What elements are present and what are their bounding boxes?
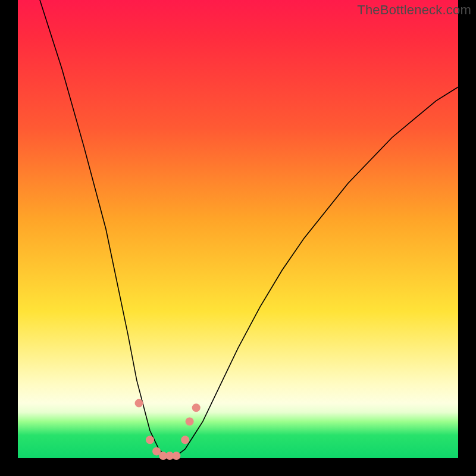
highlight-dot <box>146 436 154 444</box>
plot-area <box>18 0 458 458</box>
highlight-dot <box>186 417 194 425</box>
highlight-dot <box>181 436 189 444</box>
outer-frame: TheBottleneck.com <box>0 0 476 476</box>
highlight-dot <box>135 399 143 408</box>
chart-svg <box>18 0 458 458</box>
highlight-dot <box>192 403 201 412</box>
bottleneck-curve <box>40 0 458 458</box>
watermark-text: TheBottleneck.com <box>357 2 471 18</box>
highlight-dot <box>172 452 180 460</box>
highlight-dots <box>135 399 201 461</box>
curve-path <box>40 0 458 458</box>
